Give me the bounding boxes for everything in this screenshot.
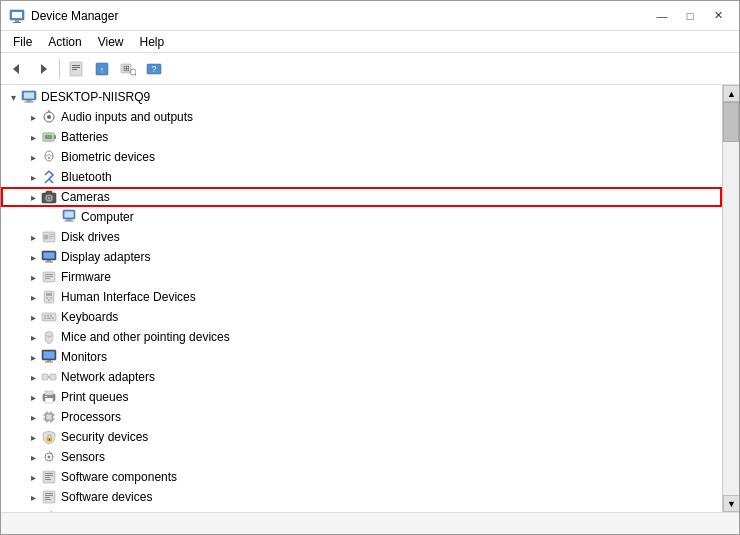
expander-biometric[interactable]: ▸ (25, 149, 41, 165)
tree-item-cameras[interactable]: ▸ Cameras (1, 187, 722, 207)
tree-item-audio[interactable]: ▸ Audio inputs and outputs (1, 107, 722, 127)
back-button[interactable] (5, 57, 29, 81)
icon-software-devices (41, 489, 57, 505)
tree-panel[interactable]: ▾ DESKTOP-NIISRQ9 ▸ Audio inputs and out… (1, 85, 722, 512)
svg-rect-40 (49, 234, 54, 235)
icon-keyboards (41, 309, 57, 325)
help-button[interactable]: ? (142, 57, 166, 81)
svg-rect-92 (45, 475, 53, 476)
update-driver-button[interactable]: ↑ (90, 57, 114, 81)
tree-item-processors[interactable]: ▸ Processors (1, 407, 722, 427)
scroll-down-button[interactable]: ▼ (723, 495, 739, 512)
help-icon: ? (146, 61, 162, 77)
toolbar: ↑ ⊞ ? (1, 53, 739, 85)
svg-rect-78 (47, 415, 52, 420)
label-software-devices: Software devices (61, 490, 152, 504)
svg-rect-45 (47, 260, 51, 262)
tree-item-batteries[interactable]: ▸ Batteries (1, 127, 722, 147)
svg-rect-91 (45, 473, 53, 474)
label-monitors: Monitors (61, 350, 107, 364)
icon-mice (41, 329, 57, 345)
icon-software-components (41, 469, 57, 485)
tree-item-print[interactable]: ▸ Print queues (1, 387, 722, 407)
tree-item-biometric[interactable]: ▸ Biometric devices (1, 147, 722, 167)
svg-rect-70 (42, 374, 48, 380)
expander-mice[interactable]: ▸ (25, 329, 41, 345)
tree-item-sensors[interactable]: ▸ Sensors (1, 447, 722, 467)
svg-rect-69 (45, 362, 53, 363)
svg-rect-2 (15, 20, 19, 22)
svg-rect-62 (52, 318, 54, 320)
tree-item-security[interactable]: ▸ 🔒 Security devices (1, 427, 722, 447)
maximize-button[interactable]: □ (677, 6, 703, 26)
scan-button[interactable]: ⊞ (116, 57, 140, 81)
expander-software-devices[interactable]: ▸ (25, 489, 41, 505)
tree-item-computer[interactable]: Computer (1, 207, 722, 227)
status-bar (1, 512, 739, 534)
expander-cameras[interactable]: ▸ (25, 189, 41, 205)
menu-action[interactable]: Action (40, 33, 89, 51)
expander-display[interactable]: ▸ (25, 249, 41, 265)
minimize-button[interactable]: — (649, 6, 675, 26)
expander-processors[interactable]: ▸ (25, 409, 41, 425)
svg-point-89 (48, 456, 51, 459)
forward-button[interactable] (31, 57, 55, 81)
expander-keyboards[interactable]: ▸ (25, 309, 41, 325)
svg-text:?: ? (151, 64, 156, 74)
svg-rect-9 (72, 69, 77, 70)
expander-sensors[interactable]: ▸ (25, 449, 41, 465)
computer-properties-button[interactable] (64, 57, 88, 81)
tree-item-keyboards[interactable]: ▸ Keyboards (1, 307, 722, 327)
menu-view[interactable]: View (90, 33, 132, 51)
expander-hid[interactable]: ▸ (25, 289, 41, 305)
expander-security[interactable]: ▸ (25, 429, 41, 445)
tree-root[interactable]: ▾ DESKTOP-NIISRQ9 (1, 87, 722, 107)
icon-sensors (41, 449, 57, 465)
svg-rect-58 (47, 315, 49, 317)
tree-item-bluetooth[interactable]: ▸ Bluetooth (1, 167, 722, 187)
svg-rect-99 (45, 499, 51, 500)
expander-computer[interactable] (45, 209, 61, 225)
label-disk: Disk drives (61, 230, 120, 244)
svg-marker-4 (13, 64, 19, 74)
tree-item-monitors[interactable]: ▸ Monitors (1, 347, 722, 367)
tree-item-display[interactable]: ▸ Display adapters (1, 247, 722, 267)
svg-rect-71 (50, 374, 56, 380)
svg-point-32 (48, 197, 51, 200)
tree-item-firmware[interactable]: ▸ Firmware (1, 267, 722, 287)
expander-bluetooth[interactable]: ▸ (25, 169, 41, 185)
scrollbar-thumb[interactable] (723, 102, 739, 142)
tree-item-mice[interactable]: ▸ Mice and other pointing devices (1, 327, 722, 347)
svg-rect-59 (50, 315, 52, 317)
expander-audio[interactable]: ▸ (25, 109, 41, 125)
menu-help[interactable]: Help (132, 33, 173, 51)
vertical-scrollbar[interactable]: ▲ ▼ (722, 85, 739, 512)
tree-item-software-devices[interactable]: ▸ Software devices (1, 487, 722, 507)
expander-monitors[interactable]: ▸ (25, 349, 41, 365)
tree-item-software-components[interactable]: ▸ Software components (1, 467, 722, 487)
svg-rect-44 (44, 253, 55, 259)
expander-network[interactable]: ▸ (25, 369, 41, 385)
expander-firmware[interactable]: ▸ (25, 269, 41, 285)
back-icon (9, 61, 25, 77)
scroll-up-button[interactable]: ▲ (723, 85, 739, 102)
close-button[interactable]: ✕ (705, 6, 731, 26)
expander-disk[interactable]: ▸ (25, 229, 41, 245)
icon-cameras (41, 189, 57, 205)
svg-point-54 (50, 297, 52, 299)
tree-item-network[interactable]: ▸ Network adapters (1, 367, 722, 387)
expander-software-components[interactable]: ▸ (25, 469, 41, 485)
svg-marker-5 (41, 64, 47, 74)
svg-rect-74 (45, 391, 53, 395)
menu-file[interactable]: File (5, 33, 40, 51)
label-batteries: Batteries (61, 130, 108, 144)
expander-print[interactable]: ▸ (25, 389, 41, 405)
svg-rect-21 (25, 102, 34, 103)
svg-rect-75 (45, 398, 53, 403)
tree-item-disk[interactable]: ▸ Disk drives (1, 227, 722, 247)
root-expander[interactable]: ▾ (5, 89, 21, 105)
scrollbar-thumb-area[interactable] (723, 102, 739, 495)
tree-item-hid[interactable]: ▸ Human Interface Devices (1, 287, 722, 307)
menu-bar: File Action View Help (1, 31, 739, 53)
expander-batteries[interactable]: ▸ (25, 129, 41, 145)
